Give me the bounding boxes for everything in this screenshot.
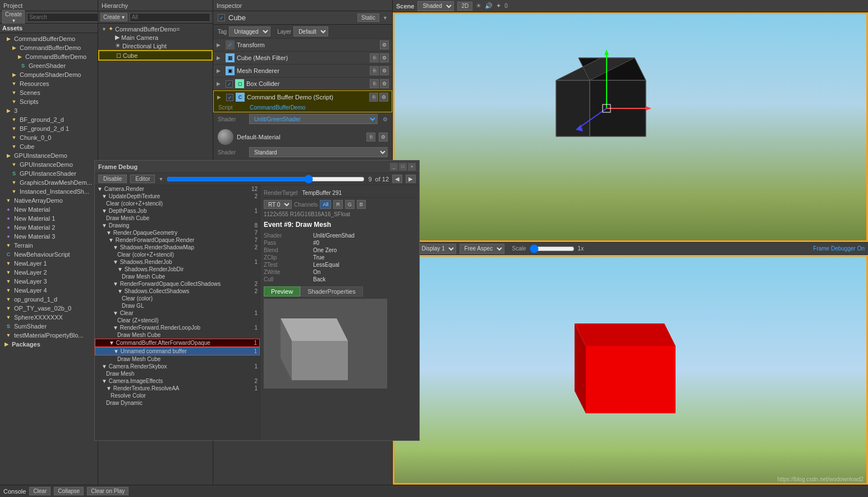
fd-disable-button[interactable]: Disable <box>98 175 127 183</box>
component-copy-icon[interactable]: ⎘ <box>369 93 378 102</box>
effects-icon[interactable]: ✦ <box>496 2 501 10</box>
fd-tree-item[interactable]: ▼ Camera.RenderSkybox 1 <box>95 363 260 370</box>
component-meshrenderer-header[interactable]: ▶ ▣ Mesh Renderer ⎘ ⚙ <box>213 65 392 77</box>
fd-tree-item[interactable]: ▼ Camera.ImageEffects 2 <box>95 377 260 385</box>
project-item-newbehaviour[interactable]: C NewBehaviourScript <box>0 250 98 259</box>
fd-tree-item[interactable]: Clear (color+Z+stencil) <box>95 251 260 258</box>
fd-tree-item[interactable]: ▼ UpdateDepthTexture 2 <box>95 193 260 200</box>
component-enabled-checkbox[interactable]: ✓ <box>226 94 233 101</box>
project-item-sphere[interactable]: ▼ SphereXXXXXXX <box>0 313 98 322</box>
fd-tree-item[interactable]: Draw Mesh <box>95 370 260 377</box>
fd-tree-item[interactable]: Clear (color) <box>95 295 260 302</box>
fd-prev-button[interactable]: ◀ <box>392 175 402 183</box>
object-enabled-checkbox[interactable]: ✓ <box>218 14 225 21</box>
project-item-newlayer4[interactable]: ▼ NewLayer 4 <box>0 286 98 295</box>
fd-tree-unnamed-buffer[interactable]: ▼ Unnamed command buffer 1 <box>95 347 260 355</box>
hierarchy-item-directionallight[interactable]: ☀ Directional Light <box>98 42 213 50</box>
fd-next-button[interactable]: ▶ <box>406 175 416 183</box>
component-transform-header[interactable]: ▶ ⤢ Transform ⚙ <box>213 39 392 51</box>
component-copy-icon[interactable]: ⎘ <box>370 66 379 75</box>
shader-settings-icon[interactable]: ⚙ <box>383 116 388 122</box>
fd-tree-item[interactable]: Draw GL <box>95 302 260 309</box>
fd-tree-item[interactable]: Resolve Color <box>95 392 260 399</box>
fd-tree-item[interactable]: ▼ Shadows.CollectShadows 2 <box>95 288 260 295</box>
hierarchy-item-scene[interactable]: ▼ ✦ CommandBufferDemo= <box>98 25 213 33</box>
component-commandbufferdemo-header[interactable]: ▶ ✓ C Command Buffer Demo (Script) ⎘ ⚙ <box>214 91 392 103</box>
project-item-cube[interactable]: ▼ Cube <box>0 142 98 151</box>
display-select[interactable]: Display 1 <box>417 244 456 254</box>
project-item-sumshader[interactable]: S SumShader <box>0 322 98 331</box>
project-item-packages[interactable]: ▶ Packages <box>0 340 98 349</box>
project-item-newterrain[interactable]: ▼ Terrain <box>0 241 98 250</box>
project-item-nativearray[interactable]: ▼ NativeArrayDemo <box>0 196 98 205</box>
project-item-instanced[interactable]: ▼ Instanced_InstancedSh... <box>0 187 98 196</box>
scale-slider[interactable] <box>530 245 575 252</box>
hierarchy-item-maincamera[interactable]: ▶ Main Camera <box>98 33 213 42</box>
fd-tree-draw-mesh-cube3[interactable]: Draw Mesh Cube <box>95 355 260 363</box>
component-copy-icon[interactable]: ⎘ <box>370 79 379 88</box>
hierarchy-create-button[interactable]: Create ▾ <box>100 13 127 21</box>
fd-tree-item[interactable]: ▼ Shadows.RenderJobDir <box>95 266 260 273</box>
component-enabled-checkbox[interactable]: ✓ <box>226 80 233 88</box>
fd-ch-g-button[interactable]: G <box>345 200 355 209</box>
console-clear-button[interactable]: Clear <box>29 487 50 495</box>
fd-tree-item[interactable]: ▼ Drawing 8 <box>95 222 260 229</box>
fd-preview-tab[interactable]: Preview <box>264 286 300 297</box>
project-item-optyvase[interactable]: ▼ OP_TY_vase_02b_0 <box>0 304 98 313</box>
component-copy-icon[interactable]: ⎘ <box>370 53 379 62</box>
project-item-3[interactable]: ▶ 3 <box>0 106 98 115</box>
project-item-gpuinstance2[interactable]: ▼ GPUInstanceDemo <box>0 160 98 169</box>
fd-tree-item[interactable]: Draw Dynamic <box>95 399 260 407</box>
component-settings-icon[interactable]: ⚙ <box>380 79 389 88</box>
static-dropdown-icon[interactable]: ▼ <box>383 15 388 21</box>
fd-rt-select[interactable]: RT 0 <box>264 200 292 209</box>
fd-maximize-button[interactable]: □ <box>399 163 407 171</box>
hierarchy-search-input[interactable] <box>130 13 210 22</box>
mat-copy-icon[interactable]: ⎘ <box>366 133 375 142</box>
fd-close-button[interactable]: × <box>408 163 416 171</box>
tag-select[interactable]: Untagged <box>229 26 270 37</box>
project-item-newlayer[interactable]: ▼ NewLayer 1 <box>0 259 98 268</box>
fd-tree-item[interactable]: ▼ Camera.Render 12 <box>95 185 260 193</box>
fd-frame-slider[interactable] <box>167 176 365 183</box>
fd-tree-item[interactable]: ▼ RenderForwardOpaque.CollectShadows 2 <box>95 280 260 288</box>
fd-tree-item[interactable]: ▼ Clear 1 <box>95 309 260 317</box>
project-item-greenshader[interactable]: S GreenShader <box>0 61 98 70</box>
mat-settings-icon[interactable]: ⚙ <box>379 133 388 142</box>
fd-tree-item[interactable]: ▼ Render.OpaqueGeometry 7 <box>95 229 260 236</box>
project-item-commandbufferdemo1[interactable]: ▶ CommandBufferDemo <box>0 34 98 43</box>
fd-tree-draw-mesh-cube2[interactable]: Draw Mesh Cube <box>95 331 260 339</box>
scene-2d-button[interactable]: 2D <box>457 2 472 11</box>
component-settings-icon[interactable]: ⚙ <box>380 66 389 75</box>
layer-select[interactable]: Default <box>293 26 328 37</box>
fd-tree-item[interactable]: ▼ Shadows.RenderJob 1 <box>95 258 260 266</box>
fd-shaderprops-tab[interactable]: ShaderProperties <box>300 286 363 297</box>
fd-tree-item[interactable]: ▼ DepthPass.Job 1 <box>95 207 260 215</box>
fd-dropdown-icon[interactable]: ▼ <box>158 176 163 182</box>
fd-tree-commandbuffer[interactable]: ▼ CommandBuffer.AfterForwardOpaque 1 <box>95 339 260 347</box>
component-settings-icon[interactable]: ⚙ <box>379 93 388 102</box>
project-item-newmat3[interactable]: ● New Material 3 <box>0 232 98 241</box>
shader-select[interactable]: Unlit/GreenShader <box>249 114 378 124</box>
project-create-button[interactable]: Create ▾ <box>2 10 25 25</box>
project-item-newmat2[interactable]: ● New Material 2 <box>0 223 98 232</box>
component-settings-icon[interactable]: ⚙ <box>380 53 389 62</box>
console-clear-on-play-button[interactable]: Clear on Play <box>87 487 128 495</box>
fd-tree-item[interactable]: Draw Mesh Cube <box>95 273 260 280</box>
fd-tree-item[interactable]: Clear (Z+stencil) <box>95 317 260 324</box>
project-item-chunk[interactable]: ▼ Chunk_0_0 <box>0 133 98 142</box>
project-item-scenes[interactable]: ▼ Scenes <box>0 88 98 97</box>
component-meshfilter-header[interactable]: ▶ ▦ Cube (Mesh Filter) ⎘ ⚙ <box>213 52 392 64</box>
project-item-computeshader[interactable]: ▶ ComputeShaderDemo <box>0 70 98 79</box>
fd-tree-item[interactable]: ▼ RenderForward.RenderLoopJob 1 <box>95 324 260 331</box>
fd-minimize-button[interactable]: _ <box>390 163 398 171</box>
mat-shader-select[interactable]: Standard <box>249 147 388 157</box>
aspect-select[interactable]: Free Aspect <box>460 244 504 254</box>
project-item-bf2[interactable]: ▼ BF_ground_2_d 1 <box>0 124 98 133</box>
fd-tree-item[interactable]: ▼ RenderTexture.ResolveAA 1 <box>95 385 260 392</box>
project-item-opground[interactable]: ▼ op_ground_1_d <box>0 295 98 304</box>
project-item-scripts[interactable]: ▼ Scripts <box>0 97 98 106</box>
fd-ch-all-button[interactable]: All <box>320 200 331 209</box>
project-item-resources[interactable]: ▼ Resources <box>0 79 98 88</box>
project-item-newmat1[interactable]: ● New Material 1 <box>0 214 98 223</box>
